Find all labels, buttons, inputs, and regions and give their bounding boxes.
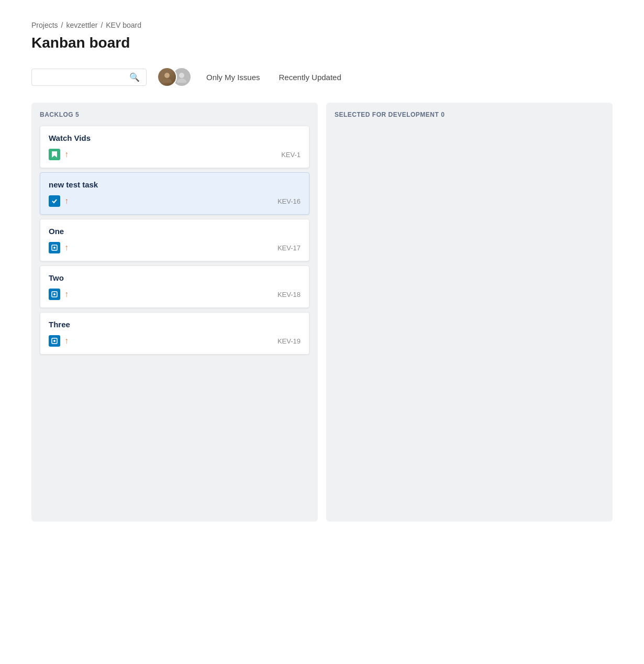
card-kev1-id: KEV-1 [281,151,301,159]
avatar-user1[interactable] [157,67,177,87]
breadcrumb-sep2: / [101,21,103,29]
column-backlog: BACKLOG 5 Watch Vids ↑ KEV-1 new test ta… [31,103,318,522]
priority-up-icon-17: ↑ [64,243,69,252]
card-kev16-footer: ↑ KEV-16 [49,195,301,207]
card-kev16-icons: ↑ [49,195,69,207]
card-kev1-title: Watch Vids [49,134,301,142]
task-icon-17 [49,242,60,253]
card-kev16[interactable]: new test task ↑ KEV-16 [40,172,309,215]
task-icon-19 [49,335,60,347]
checkbox-icon [49,195,60,207]
search-box[interactable]: 🔍 [31,69,147,86]
svg-point-9 [53,340,55,342]
priority-up-icon-18: ↑ [64,290,69,299]
user2-avatar-img [176,71,187,83]
svg-point-1 [162,79,172,83]
card-kev16-id: KEV-16 [277,197,301,205]
svg-point-5 [53,247,55,249]
card-kev1-icons: ↑ [49,149,69,160]
priority-up-icon-19: ↑ [64,336,69,346]
only-my-issues-button[interactable]: Only My Issues [202,71,264,84]
priority-up-icon-16: ↑ [64,196,69,206]
breadcrumb-board[interactable]: KEV board [106,21,141,29]
search-icon: 🔍 [129,72,140,82]
search-input[interactable] [38,73,127,81]
card-kev18-footer: ↑ KEV-18 [49,289,301,300]
toolbar: 🔍 Only My Issues Recently Updated [31,67,613,87]
card-kev18-id: KEV-18 [277,291,301,298]
kanban-board: BACKLOG 5 Watch Vids ↑ KEV-1 new test ta… [31,103,613,522]
card-kev19-footer: ↑ KEV-19 [49,335,301,347]
bookmark-icon [49,149,60,160]
column-backlog-header: BACKLOG 5 [40,111,309,118]
card-kev17-footer: ↑ KEV-17 [49,242,301,253]
priority-up-icon: ↑ [64,150,69,159]
card-kev18[interactable]: Two ↑ KEV-18 [40,265,309,308]
card-kev19[interactable]: Three ↑ KEV-19 [40,312,309,355]
column-selected-dev-header: SELECTED FOR DEVELOPMENT 0 [335,111,604,118]
card-kev1[interactable]: Watch Vids ↑ KEV-1 [40,126,309,168]
svg-point-3 [177,79,186,83]
card-kev16-title: new test task [49,180,301,189]
card-kev17-id: KEV-17 [277,244,301,252]
card-kev1-footer: ↑ KEV-1 [49,149,301,160]
svg-point-7 [53,293,55,295]
breadcrumb-sep1: / [61,21,63,29]
page-title: Kanban board [31,35,613,51]
recently-updated-button[interactable]: Recently Updated [275,71,346,84]
card-kev17[interactable]: One ↑ KEV-17 [40,219,309,261]
column-selected-dev: SELECTED FOR DEVELOPMENT 0 [326,103,613,522]
card-kev17-title: One [49,227,301,236]
svg-point-2 [179,73,184,78]
avatar-group [157,67,192,87]
card-kev19-icons: ↑ [49,335,69,347]
svg-point-0 [164,73,170,78]
task-icon-18 [49,289,60,300]
card-kev18-icons: ↑ [49,289,69,300]
breadcrumb-user[interactable]: kevzettler [66,21,97,29]
card-kev19-id: KEV-19 [277,337,301,345]
breadcrumb: Projects / kevzettler / KEV board [31,21,613,29]
user1-avatar-img [161,71,173,83]
breadcrumb-projects[interactable]: Projects [31,21,58,29]
card-kev17-icons: ↑ [49,242,69,253]
card-kev18-title: Two [49,273,301,282]
card-kev19-title: Three [49,320,301,329]
